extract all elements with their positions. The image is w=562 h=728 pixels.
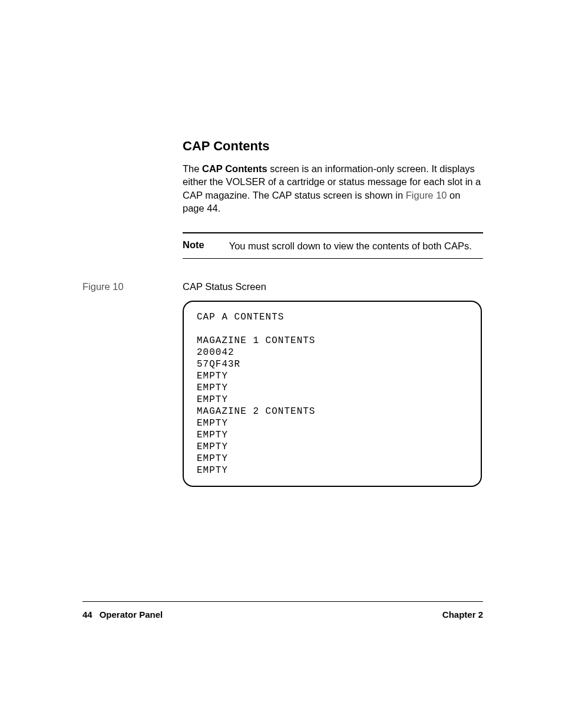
page-content: CAP Contents The CAP Contents screen is … <box>82 139 483 487</box>
para-prefix: The <box>183 163 202 174</box>
note-block: Note You must scroll down to view the co… <box>183 232 483 259</box>
footer-left: 44Operator Panel <box>82 610 163 620</box>
section-paragraph: The CAP Contents screen is an informatio… <box>183 162 483 215</box>
note-label: Note <box>183 239 204 251</box>
figure-caption: CAP Status Screen <box>183 281 266 292</box>
footer-rule <box>82 601 483 602</box>
section-heading: CAP Contents <box>183 139 483 154</box>
figure-row: Figure 10 CAP Status Screen <box>82 281 483 292</box>
footer-title: Operator Panel <box>100 610 163 620</box>
section-block: CAP Contents The CAP Contents screen is … <box>183 139 483 259</box>
page-footer: 44Operator Panel Chapter 2 <box>82 610 483 620</box>
figure-label: Figure 10 <box>82 281 183 292</box>
figure-reference: Figure 10 <box>406 190 447 200</box>
note-text: You must scroll down to view the content… <box>229 239 472 252</box>
para-bold: CAP Contents <box>202 163 267 174</box>
cap-status-screen: CAP A CONTENTS MAGAZINE 1 CONTENTS 20004… <box>183 301 482 487</box>
page-number: 44 <box>82 610 92 620</box>
footer-chapter: Chapter 2 <box>442 610 483 620</box>
